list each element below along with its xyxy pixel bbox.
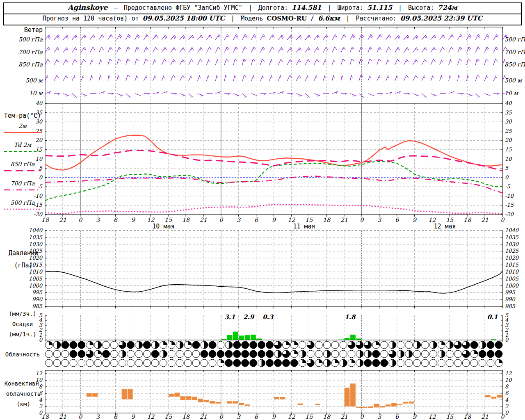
cloud-cover-symbol: [62, 350, 69, 358]
line: [92, 60, 93, 62]
convective-cloud-bar: [192, 397, 197, 400]
day-label: 10 мая: [152, 223, 174, 230]
separator: |: [228, 15, 237, 22]
line: [486, 48, 488, 49]
line: [416, 48, 418, 50]
precipitation-panel: 5544332211003.12.90.31.80.1(мм/3ч.)Осадк…: [9, 310, 509, 343]
precip-sum-label: 1.8: [345, 313, 356, 321]
line: [477, 75, 480, 78]
line: [99, 59, 101, 65]
line: [493, 34, 497, 40]
time-tick-label: 18: [41, 217, 49, 223]
line: [183, 48, 185, 50]
line: [67, 48, 68, 50]
line: [251, 34, 254, 40]
wind-level-label-left: 10 м: [29, 90, 43, 96]
line: [388, 36, 389, 37]
temp-tick-label-left: -5: [37, 183, 42, 189]
line: [361, 75, 363, 78]
line: [388, 60, 389, 62]
cloud-cover-symbol: [127, 341, 134, 349]
latitude-value: 51.115: [367, 4, 392, 11]
line: [307, 77, 308, 78]
line: [119, 48, 120, 49]
line: [335, 36, 336, 37]
line: [484, 59, 486, 65]
time-tick-label: 0: [360, 413, 364, 420]
line: [475, 34, 478, 40]
line: [299, 95, 301, 96]
line: [353, 95, 354, 96]
line: [99, 75, 100, 81]
line: [271, 60, 272, 62]
line: [251, 59, 253, 65]
cloudiness-title: Облачность: [5, 351, 40, 358]
line: [57, 75, 59, 78]
line: [278, 75, 281, 81]
line: [81, 94, 87, 96]
cloud-cover-symbol: [151, 350, 159, 358]
line: [135, 34, 138, 40]
line: [208, 76, 209, 78]
line: [413, 59, 416, 65]
cloud-half: [401, 350, 404, 358]
line: [215, 75, 217, 81]
convective-cloud-bar: [491, 397, 496, 399]
line: [110, 59, 112, 62]
line: [296, 75, 299, 81]
line: [135, 47, 137, 52]
line: [171, 59, 173, 65]
line: [269, 75, 272, 81]
cloud-cover-symbol: [266, 350, 274, 358]
temp-tick-label-right: -20: [505, 211, 514, 217]
convective-cloud-bar: [87, 393, 92, 397]
line: [317, 95, 318, 96]
time-tick-label: 15: [305, 217, 313, 223]
line: [99, 91, 105, 94]
line: [93, 36, 94, 37]
line: [75, 59, 77, 62]
line: [467, 47, 469, 52]
convective-cloud-bar: [274, 397, 279, 399]
altitude-value: 724м: [438, 4, 457, 11]
line: [153, 35, 156, 40]
line: [90, 35, 94, 40]
model-resolution: 6.6км: [318, 14, 340, 22]
line: [397, 48, 398, 50]
line: [84, 36, 85, 38]
cloud-cover-symbol: [282, 359, 290, 367]
line: [201, 35, 203, 38]
line: [495, 48, 497, 50]
line: [386, 35, 389, 40]
line: [341, 75, 342, 81]
pressure-tick-label-right: 995: [505, 289, 516, 295]
line: [192, 36, 192, 38]
cloud-cover-symbol: [258, 350, 265, 358]
cloud-quarter: [188, 341, 192, 345]
cloud-cover-symbol: [78, 350, 85, 358]
line: [200, 59, 202, 62]
line: [377, 34, 380, 40]
line: [318, 35, 319, 38]
line: [100, 76, 101, 78]
line: [128, 96, 129, 97]
cloud-cover-symbol: [184, 350, 192, 358]
station-name: Aginskoye: [68, 3, 107, 11]
precip-sum-label: 3.1: [224, 313, 235, 321]
line: [290, 48, 291, 50]
line: [370, 48, 371, 49]
line: [425, 59, 427, 62]
convective-cloud-bar: [409, 402, 414, 404]
pressure-tick-label-right: 1030: [505, 241, 519, 247]
line: [341, 59, 343, 65]
line: [66, 49, 67, 50]
line: [90, 75, 92, 81]
line: [74, 77, 75, 78]
time-tick-label: 18: [463, 413, 471, 420]
line: [484, 34, 487, 40]
line: [290, 61, 291, 62]
time-tick-label: 15: [164, 413, 172, 420]
line: [307, 96, 309, 97]
line: [198, 59, 201, 65]
cloud-cover-symbol: [62, 359, 69, 367]
